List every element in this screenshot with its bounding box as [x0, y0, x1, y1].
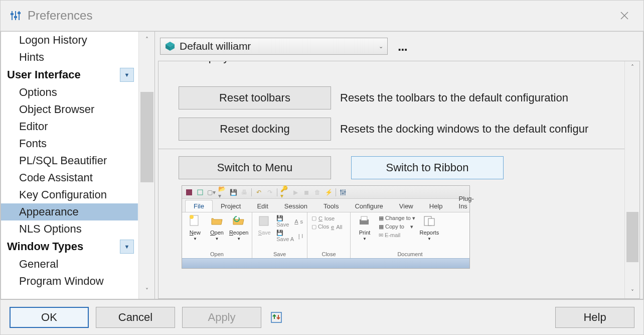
ribbon-save-button[interactable]: Save	[255, 214, 273, 236]
display-name-row-cut: Display name	[158, 61, 624, 71]
more-button[interactable]: ...	[398, 39, 407, 54]
sidebar-item-general[interactable]: General	[1, 256, 138, 273]
separator	[336, 188, 336, 196]
trash-icon: 🗑	[313, 188, 321, 196]
reset-docking-button[interactable]: Reset docking	[179, 118, 331, 141]
ok-button[interactable]: OK	[10, 307, 89, 328]
ribbon-tab-tools[interactable]: Tools	[315, 200, 347, 212]
separator	[251, 188, 252, 196]
sidebar-item-object-browser[interactable]: Object Browser	[1, 101, 138, 118]
new-icon: ▢▾	[207, 188, 215, 196]
ribbon-tab-plugins[interactable]: Plug-Ins	[451, 193, 482, 212]
separator	[277, 188, 277, 196]
ribbon-tab-configure[interactable]: Configure	[347, 200, 391, 212]
ribbon-reports-button[interactable]: Reports▼	[418, 214, 440, 241]
sidebar-item-options[interactable]: Options	[1, 84, 138, 101]
sidebar-item-nls-options[interactable]: NLS Options	[1, 220, 138, 238]
app-icon	[185, 188, 193, 196]
scroll-up-arrow[interactable]: ˄	[625, 61, 640, 73]
ribbon-tab-view[interactable]: View	[391, 200, 421, 212]
reset-docking-description: Resets the docking windows to the defaul…	[340, 123, 588, 136]
close-button[interactable]	[614, 6, 634, 26]
sidebar-item-editor[interactable]: Editor	[1, 118, 138, 135]
sidebar-item-hints[interactable]: Hints	[1, 49, 138, 66]
ribbon-copy-to-button[interactable]: ▦ Copy to ▾	[378, 223, 416, 231]
svg-rect-26	[428, 218, 434, 226]
ribbon-tab-help[interactable]: Help	[421, 200, 451, 212]
help-button[interactable]: Help	[555, 307, 634, 328]
sidebar-item-logon-history[interactable]: Logon History	[1, 32, 138, 49]
ribbon-close-button[interactable]: ▢ Close	[310, 214, 347, 222]
chevron-down-icon[interactable]: ▼	[120, 68, 134, 82]
ribbon-new-button[interactable]: New▼	[185, 214, 205, 241]
ribbon-group-label: Close	[310, 250, 347, 257]
switch-to-menu-button[interactable]: Switch to Menu	[179, 156, 331, 179]
svg-rect-12	[186, 189, 192, 195]
scroll-thumb[interactable]	[626, 212, 638, 262]
sidebar-item-code-assistant[interactable]: Code Assistant	[1, 169, 138, 186]
svg-rect-15	[343, 189, 344, 195]
ribbon-close-all-button[interactable]: ▢ Close All	[310, 223, 347, 231]
ribbon-group-label: Save	[255, 250, 304, 257]
main-scrollbar[interactable]: ˄ ˅	[624, 61, 639, 298]
ribbon-group-open: New▼ Open▼ Reopen▼	[182, 212, 252, 258]
svg-rect-5	[18, 12, 21, 14]
sidebar-section-user-interface[interactable]: User Interface ▼	[1, 66, 138, 84]
ribbon-email-button[interactable]: ✉ E-mail	[378, 232, 416, 239]
import-export-button[interactable]	[268, 309, 284, 325]
svg-rect-0	[12, 11, 13, 20]
sidebar-section-window-types[interactable]: Window Types ▼	[1, 238, 138, 256]
ribbon-tab-project[interactable]: Project	[213, 200, 249, 212]
sidebar-item-key-configuration[interactable]: Key Configuration	[1, 186, 138, 203]
sidebar-item-program-window[interactable]: Program Window	[1, 273, 138, 290]
stop-icon: ◼	[302, 188, 310, 196]
ribbon-change-to-button[interactable]: ▦ Change to ▾	[378, 214, 416, 222]
button-bar: OK Cancel Apply Help	[1, 299, 643, 334]
svg-rect-19	[344, 191, 346, 192]
sidebar-item-appearance[interactable]: Appearance	[1, 203, 138, 220]
ribbon-tab-edit[interactable]: Edit	[249, 200, 276, 212]
sidebar-section-label: User Interface	[7, 68, 81, 81]
svg-rect-1	[15, 11, 16, 20]
new-file-icon	[188, 214, 202, 229]
titlebar: Preferences	[1, 1, 643, 31]
chevron-down-icon[interactable]: ▼	[120, 240, 134, 254]
open-folder-icon	[210, 214, 224, 229]
scroll-up-arrow[interactable]: ˄	[139, 32, 154, 48]
ribbon-tabs: File Project Edit Session Tools Configur…	[182, 199, 469, 212]
profile-dropdown[interactable]: Default williamr ⌄	[160, 38, 388, 55]
print-icon: 🖶	[240, 188, 248, 196]
ribbon-print-button[interactable]: Print▼	[354, 214, 376, 241]
ribbon-save-all-button[interactable]: 💾 Save All	[275, 229, 304, 243]
save-icon: 💾	[229, 188, 237, 196]
cancel-button[interactable]: Cancel	[96, 307, 175, 328]
svg-rect-22	[259, 216, 268, 226]
ribbon-save-as-button[interactable]: 💾 Save As	[275, 214, 304, 228]
sidebar-item-fonts[interactable]: Fonts	[1, 135, 138, 152]
scroll-thumb[interactable]	[140, 92, 153, 182]
sidebar-scrollbar[interactable]: ˄ ˅	[138, 32, 154, 299]
reset-toolbars-button[interactable]: Reset toolbars	[179, 86, 331, 109]
ribbon-tab-file[interactable]: File	[185, 200, 213, 212]
scroll-down-arrow[interactable]: ˅	[625, 286, 640, 298]
ribbon-open-button[interactable]: Open▼	[207, 214, 227, 241]
sidebar-item-plsql-beautifier[interactable]: PL/SQL Beautifier	[1, 152, 138, 169]
reset-toolbars-description: Resets the toolbars to the default confi…	[340, 91, 568, 104]
chevron-down-icon: ⌄	[379, 43, 383, 50]
ribbon-reopen-button[interactable]: Reopen▼	[229, 214, 249, 241]
package-icon	[165, 41, 176, 52]
window-title: Preferences	[28, 9, 614, 23]
apply-button: Apply	[182, 307, 261, 328]
reports-icon	[422, 214, 436, 229]
open-icon: 📂▾	[218, 188, 226, 196]
play-icon: ▶	[291, 188, 299, 196]
print-icon	[358, 214, 372, 229]
undo-icon: ↶	[255, 188, 263, 196]
ribbon-group-close: ▢ Close ▢ Close All Close	[307, 212, 351, 258]
ribbon-group-document: Print▼ ▦ Change to ▾ ▦ Copy to ▾ ✉ E-mai…	[351, 212, 469, 258]
switch-to-ribbon-button[interactable]: Switch to Ribbon	[351, 156, 504, 179]
ribbon-tab-session[interactable]: Session	[276, 200, 315, 212]
svg-rect-14	[341, 189, 342, 195]
scroll-down-arrow[interactable]: ˅	[139, 283, 154, 299]
key-icon: 🔑▾	[280, 188, 288, 196]
